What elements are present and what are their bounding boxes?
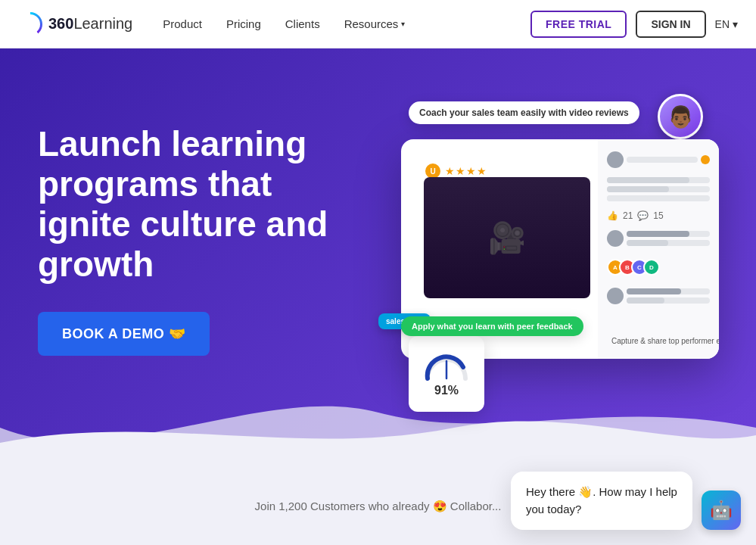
- avatar-4: D: [643, 259, 660, 276]
- progress-bars: [607, 177, 710, 201]
- capture-badge: Capture & share top performer expertise: [605, 332, 719, 350]
- navbar: 360Learning Product Pricing Clients Reso…: [0, 0, 756, 48]
- chat-bot-icon[interactable]: 🤖: [702, 490, 741, 530]
- language-selector[interactable]: EN ▾: [715, 18, 738, 30]
- chevron-down-icon: ▾: [401, 20, 405, 28]
- avatar-group-row: A B C D: [607, 259, 710, 276]
- gauge-value: 91%: [434, 384, 459, 397]
- nav-product[interactable]: Product: [163, 14, 202, 33]
- right-panel: 👍 21 💬 15: [598, 139, 719, 359]
- gauge-chart: [424, 350, 469, 381]
- skeleton-line: [627, 157, 698, 163]
- like-icon: 👍: [607, 210, 618, 221]
- hero-content: Launch learning programs that ignite cul…: [0, 48, 756, 465]
- nav-pricing[interactable]: Pricing: [226, 14, 261, 33]
- avatar-panel: [607, 151, 624, 168]
- gauge-card: 91%: [409, 336, 484, 412]
- avatar-small-3: [607, 288, 624, 304]
- navbar-right: FREE TRIAL SIGN IN EN ▾: [530, 11, 738, 38]
- bubble-top: Coach your sales team easily with video …: [409, 101, 639, 124]
- logo-icon: [18, 12, 42, 36]
- chat-bubble: Hey there 👋. How may I help you today?: [511, 472, 692, 530]
- bubble-bottom: Apply what you learn with peer feedback: [401, 316, 583, 336]
- nav-links: Product Pricing Clients Resources ▾: [163, 14, 405, 33]
- bot-icon: 🤖: [710, 500, 733, 521]
- chevron-down-icon: ▾: [733, 18, 738, 30]
- progress-bars-2: [607, 230, 710, 247]
- hero-title: Launch learning programs that ignite cul…: [38, 124, 371, 285]
- hero-mockup: 👨🏾 Coach your sales team easily with vid…: [371, 101, 718, 419]
- nav-resources[interactable]: Resources ▾: [344, 14, 406, 33]
- navbar-left: 360Learning Product Pricing Clients Reso…: [18, 12, 405, 36]
- progress-bars-3: [607, 288, 710, 304]
- hero-left: Launch learning programs that ignite cul…: [38, 109, 371, 356]
- chat-widget[interactable]: Hey there 👋. How may I help you today? 🤖: [511, 472, 741, 530]
- avatar-small-2: [607, 230, 624, 247]
- like-bar: 👍 21 💬 15: [607, 210, 710, 221]
- comment-icon: 💬: [637, 210, 649, 221]
- sign-in-button[interactable]: SIGN IN: [636, 11, 705, 38]
- dot: [701, 155, 710, 164]
- hero-section: Launch learning programs that ignite cul…: [0, 48, 756, 472]
- book-demo-button[interactable]: BOOK A DEMO 🤝: [38, 312, 210, 356]
- video-thumbnail: 🎥: [424, 177, 590, 298]
- avatar-float-top: 👨🏾: [658, 94, 703, 139]
- nav-clients[interactable]: Clients: [285, 14, 320, 33]
- logo[interactable]: 360Learning: [18, 12, 132, 36]
- logo-text: 360Learning: [48, 15, 132, 33]
- free-trial-button[interactable]: FREE TRIAL: [530, 11, 627, 38]
